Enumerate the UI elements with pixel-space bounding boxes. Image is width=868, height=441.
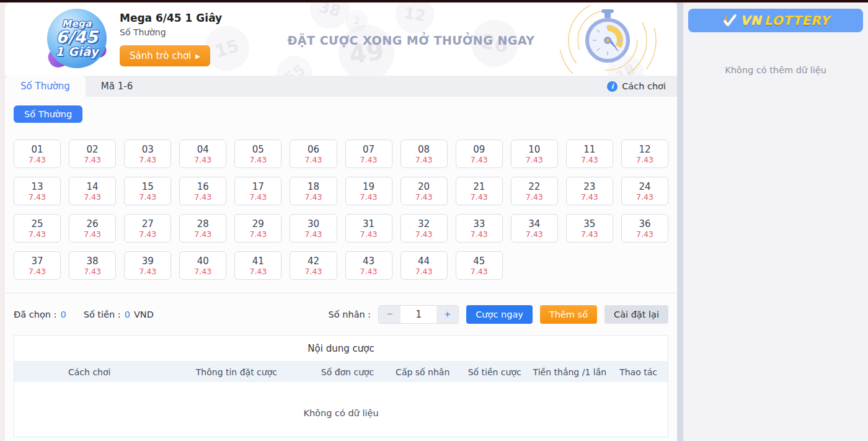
- number-cell[interactable]: 097.43: [456, 140, 503, 168]
- odds-value: 7.43: [636, 192, 653, 202]
- number-cell[interactable]: 057.43: [234, 140, 281, 168]
- odds-value: 7.43: [471, 192, 488, 202]
- column-header: Số tiền cược: [459, 367, 531, 377]
- number-cell[interactable]: 187.43: [290, 177, 337, 205]
- odds-value: 7.43: [415, 192, 433, 202]
- faded-ball: 49: [335, 21, 398, 76]
- ball-number: 20: [418, 181, 430, 192]
- number-cell[interactable]: 107.43: [511, 140, 558, 168]
- number-cell[interactable]: 267.43: [69, 214, 116, 243]
- number-cell[interactable]: 177.43: [234, 177, 281, 205]
- number-cell[interactable]: 257.43: [14, 214, 61, 243]
- plus-button[interactable]: +: [436, 306, 458, 323]
- bet-amount-label: Số tiền :: [84, 310, 121, 319]
- number-cell[interactable]: 437.43: [345, 251, 392, 280]
- lobby-button[interactable]: Sảnh trò chơi ▶: [120, 45, 210, 66]
- ball-number: 22: [528, 181, 540, 192]
- sidebar-empty-state: Không có thêm dữ liệu: [683, 65, 868, 75]
- column-header: Thông tin đặt cược: [164, 367, 308, 377]
- ball-number: 39: [142, 256, 154, 267]
- number-cell[interactable]: 317.43: [345, 214, 392, 243]
- number-cell[interactable]: 037.43: [124, 140, 171, 168]
- bet-amount-value: 0: [125, 310, 130, 319]
- divider: [5, 293, 677, 293]
- ball-number: 01: [31, 144, 43, 155]
- number-cell[interactable]: 087.43: [401, 140, 448, 168]
- number-cell[interactable]: 217.43: [456, 177, 503, 205]
- game-header: 1538249122655918 Mega 6/45 1 Giây Mega 6…: [5, 2, 677, 76]
- number-cell[interactable]: 307.43: [290, 214, 337, 243]
- number-cell[interactable]: 407.43: [179, 251, 226, 280]
- odds-value: 7.43: [194, 192, 211, 202]
- bet-now-button[interactable]: Cược ngay: [466, 305, 533, 324]
- column-header: Cách chơi: [14, 367, 164, 377]
- odds-value: 7.43: [305, 155, 322, 164]
- number-cell[interactable]: 147.43: [69, 177, 116, 205]
- odds-value: 7.43: [415, 229, 433, 239]
- number-cell[interactable]: 387.43: [69, 251, 116, 280]
- brand-banner[interactable]: VN LOTTERY: [688, 9, 863, 32]
- number-cell[interactable]: 227.43: [511, 177, 558, 205]
- odds-value: 7.43: [471, 155, 488, 164]
- number-cell[interactable]: 027.43: [69, 140, 116, 168]
- ball-number: 42: [308, 256, 319, 267]
- odds-value: 7.43: [29, 229, 46, 239]
- number-cell[interactable]: 067.43: [290, 140, 337, 168]
- stopwatch-icon: [542, 4, 673, 74]
- brand-lottery-text: LOTTERY: [764, 14, 830, 27]
- odds-value: 7.43: [84, 229, 101, 239]
- odds-value: 7.43: [526, 155, 543, 164]
- reset-button[interactable]: Cài đặt lại: [604, 305, 668, 324]
- bet-type-button[interactable]: Số Thường: [14, 105, 82, 123]
- how-to-play-link[interactable]: i Cách chơi: [607, 76, 666, 97]
- ball-number: 38: [87, 256, 99, 267]
- number-cell[interactable]: 377.43: [14, 251, 61, 280]
- number-cell[interactable]: 167.43: [179, 177, 226, 205]
- number-cell[interactable]: 137.43: [14, 177, 61, 205]
- odds-value: 7.43: [194, 155, 211, 164]
- ball-number: 32: [418, 218, 430, 229]
- play-icon: ▶: [195, 53, 200, 60]
- number-cell[interactable]: 047.43: [179, 140, 226, 168]
- bet-slip-table: Nội dung cược Cách chơiThông tin đặt cượ…: [14, 335, 668, 437]
- number-cell[interactable]: 247.43: [621, 177, 668, 205]
- number-cell[interactable]: 077.43: [345, 140, 392, 168]
- vnlottery-check-icon: [721, 12, 738, 29]
- number-cell[interactable]: 427.43: [290, 251, 337, 280]
- tab-inactive[interactable]: Mã 1-6: [86, 76, 148, 97]
- number-cell[interactable]: 277.43: [124, 214, 171, 243]
- number-cell[interactable]: 237.43: [566, 177, 613, 205]
- odds-value: 7.43: [194, 229, 211, 239]
- number-cell[interactable]: 127.43: [621, 140, 668, 168]
- minus-button[interactable]: −: [379, 306, 401, 323]
- ball-number: 40: [197, 256, 209, 267]
- ball-number: 10: [528, 144, 540, 155]
- number-cell[interactable]: 397.43: [124, 251, 171, 280]
- odds-value: 7.43: [29, 192, 46, 202]
- number-cell[interactable]: 347.43: [511, 214, 558, 243]
- number-cell[interactable]: 157.43: [124, 177, 171, 205]
- tab-active[interactable]: Số Thường: [5, 76, 86, 97]
- number-cell[interactable]: 207.43: [401, 177, 448, 205]
- ball-number: 05: [252, 144, 264, 155]
- game-logo: Mega 6/45 1 Giây: [43, 6, 110, 73]
- number-cell[interactable]: 297.43: [234, 214, 281, 243]
- number-cell[interactable]: 417.43: [234, 251, 281, 280]
- number-cell[interactable]: 337.43: [456, 214, 503, 243]
- ball-number: 06: [308, 144, 319, 155]
- number-cell[interactable]: 017.43: [14, 140, 61, 168]
- multiplier-input[interactable]: [401, 306, 436, 323]
- number-cell[interactable]: 287.43: [179, 214, 226, 243]
- number-cell[interactable]: 197.43: [345, 177, 392, 205]
- ball-number: 18: [308, 181, 319, 192]
- number-cell[interactable]: 327.43: [401, 214, 448, 243]
- ball-number: 17: [252, 181, 264, 192]
- number-cell[interactable]: 447.43: [401, 251, 448, 280]
- add-number-button[interactable]: Thêm số: [540, 305, 597, 324]
- odds-value: 7.43: [581, 155, 598, 164]
- number-cell[interactable]: 117.43: [566, 140, 613, 168]
- number-cell[interactable]: 457.43: [456, 251, 503, 280]
- number-cell[interactable]: 357.43: [566, 214, 613, 243]
- number-cell[interactable]: 367.43: [621, 214, 668, 243]
- odds-value: 7.43: [415, 267, 433, 276]
